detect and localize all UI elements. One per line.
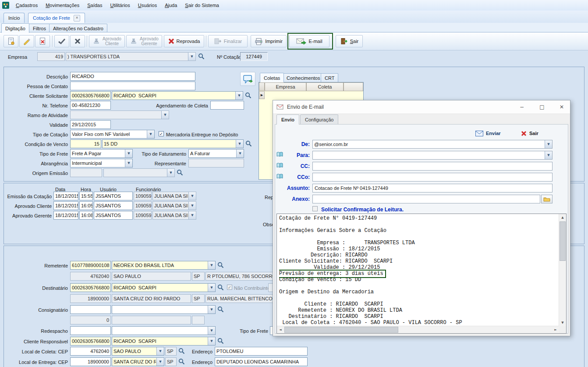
redespacho-code[interactable] xyxy=(70,326,111,335)
confirm-button[interactable] xyxy=(54,35,69,47)
telefone-field[interactable]: 00-45821230 xyxy=(70,101,111,110)
email-button[interactable]: E-mail xyxy=(289,35,329,47)
condicao-code-field[interactable]: 15 xyxy=(70,139,101,148)
anexo-field[interactable] xyxy=(312,195,540,203)
aprovado-gerente-data[interactable]: 18/12/2015 xyxy=(53,211,78,220)
chevron-down-icon[interactable]: ▼ xyxy=(156,358,164,366)
menu-movimentacoes[interactable]: Movimentações xyxy=(42,0,83,11)
edit-record-button[interactable] xyxy=(19,35,34,47)
destinatario-combo[interactable]: RICARDO SCARPI ▼ xyxy=(112,283,216,292)
condicao-combo[interactable]: 15 DD ▼ xyxy=(102,139,244,148)
search-icon[interactable] xyxy=(217,262,224,269)
menu-saidas[interactable]: Saídas xyxy=(83,0,106,11)
search-icon[interactable] xyxy=(178,348,185,355)
search-icon[interactable] xyxy=(217,306,224,313)
aprovado-gerente-button[interactable]: AprovadoGerente xyxy=(126,35,162,47)
cliente-responsavel-code[interactable]: 00026305766800 xyxy=(70,337,111,346)
tab-inicio[interactable]: Início xyxy=(4,13,25,23)
tab-cotacao-frete[interactable]: Cotação de Frete ✕ xyxy=(28,13,85,23)
endereco-coleta-field[interactable]: PTOLOMEU xyxy=(215,347,308,356)
chevron-down-icon[interactable]: ▼ xyxy=(167,169,174,177)
emissao-func-id[interactable]: 109059 xyxy=(134,192,152,200)
horizontal-scrollbar[interactable]: ◄ ► xyxy=(277,326,559,333)
chevron-down-icon[interactable]: ▼ xyxy=(125,150,132,157)
search-icon[interactable] xyxy=(177,169,184,176)
cliente-responsavel-combo[interactable]: RICARDO SCARPI ▼ xyxy=(112,337,216,346)
close-icon[interactable]: ✕ xyxy=(554,100,570,113)
reprovada-button[interactable]: Reprovada xyxy=(164,35,204,47)
aprovado-gerente-func-id[interactable]: 109059 xyxy=(134,211,152,220)
aprovado-gerente-func-combo[interactable]: JULIANA DA SILVA S ▼ xyxy=(152,211,196,220)
scroll-down-icon[interactable]: ▼ xyxy=(559,319,566,326)
finalizar-button[interactable]: Finalizar xyxy=(208,35,248,47)
chevron-down-icon[interactable]: ▼ xyxy=(236,150,244,157)
empresa-code-field[interactable]: 419 xyxy=(37,52,65,61)
para-combo[interactable]: ▼ xyxy=(312,151,553,160)
dialog-tab-configuracao[interactable]: Configuração xyxy=(300,114,338,124)
local-entrega-cidade-combo[interactable]: SANTA CRUZ DO RIO PARDO ▼ xyxy=(112,357,164,366)
validade-field[interactable]: 29/12/2015 xyxy=(70,120,111,129)
chevron-down-icon[interactable]: ▼ xyxy=(156,347,164,355)
email-body-area[interactable]: Cotação de Frete N° 0419-127449 Informaç… xyxy=(276,214,567,334)
aprovado-cliente-func-id[interactable]: 109059 xyxy=(134,201,152,210)
chevron-down-icon[interactable]: ▼ xyxy=(147,130,154,138)
scroll-up-icon[interactable]: ▲ xyxy=(559,214,566,221)
chevron-down-icon[interactable]: ▼ xyxy=(125,159,132,167)
chevron-down-icon[interactable]: ▼ xyxy=(208,337,215,345)
agendamento-field[interactable] xyxy=(210,101,244,110)
aprovado-cliente-usuario[interactable]: JSSANTOS xyxy=(94,201,133,210)
redespacho-combo[interactable]: ▼ xyxy=(112,326,216,335)
aprovado-cliente-hora[interactable]: 16:05 xyxy=(79,201,93,210)
sair-button[interactable]: Sair xyxy=(336,35,363,47)
chevron-down-icon[interactable]: ▼ xyxy=(545,140,552,148)
dialog-sair-button[interactable]: Sair xyxy=(519,128,540,138)
search-icon[interactable] xyxy=(198,53,205,60)
grid-header-empresa[interactable]: Empresa xyxy=(265,82,306,91)
tipo-faturamento-combo[interactable]: A Faturar ▼ xyxy=(188,149,244,158)
tab-coletas[interactable]: Coletas xyxy=(260,73,284,82)
search-icon[interactable] xyxy=(217,338,224,345)
ramo-combo[interactable]: ▼ xyxy=(70,110,169,119)
cc-field[interactable] xyxy=(312,162,553,171)
vertical-scrollbar[interactable]: ▲ ▼ xyxy=(559,214,566,326)
chevron-down-icon[interactable]: ▼ xyxy=(208,261,215,269)
scroll-left-icon[interactable]: ◄ xyxy=(277,326,284,333)
address-book-icon[interactable] xyxy=(276,152,283,157)
chevron-down-icon[interactable]: ▼ xyxy=(208,306,215,314)
consignatario-combo[interactable]: ▼ xyxy=(112,305,216,314)
chevron-down-icon[interactable]: ▼ xyxy=(188,192,196,200)
close-tab-icon[interactable]: ✕ xyxy=(74,15,80,21)
menu-cadastros[interactable]: Cadastros xyxy=(12,0,42,11)
scroll-right-icon[interactable]: ► xyxy=(552,326,559,333)
chevron-down-icon[interactable]: ▼ xyxy=(235,92,243,100)
vertical-scroll-thumb[interactable] xyxy=(560,221,566,261)
search-icon[interactable] xyxy=(245,140,252,147)
horizontal-scroll-thumb[interactable] xyxy=(284,327,398,333)
maximize-icon[interactable]: □ xyxy=(534,100,550,113)
destinatario-code[interactable]: 00026305766800 xyxy=(70,283,111,292)
aprovado-gerente-hora[interactable]: 16:08 xyxy=(79,211,93,220)
cliente-solicitante-combo[interactable]: RICARDO SCARPI ▼ xyxy=(112,91,243,100)
mercadoria-checkbox[interactable]: ✓ xyxy=(159,131,164,136)
remetente-code[interactable]: 61077889000108 xyxy=(70,261,111,270)
tab-filtros[interactable]: Filtros xyxy=(29,24,50,33)
pessoa-contato-field[interactable] xyxy=(70,82,195,90)
chevron-down-icon[interactable]: ▼ xyxy=(188,202,196,210)
remetente-combo[interactable]: NEOREX DO BRASIL LTDA ▼ xyxy=(112,261,216,270)
menu-ajuda[interactable]: Ajuda xyxy=(161,0,181,11)
chevron-down-icon[interactable]: ▼ xyxy=(545,151,552,159)
nao-contribuinte-checkbox[interactable]: ✓ xyxy=(227,285,232,290)
aprovado-gerente-usuario[interactable]: JSSANTOS xyxy=(94,211,133,220)
aprovado-cliente-button[interactable]: AprovadoCliente xyxy=(89,35,125,47)
confirmacao-leitura-checkbox[interactable] xyxy=(312,206,318,211)
menu-usuarios[interactable]: Usuários xyxy=(134,0,161,11)
tipo-cotacao-combo[interactable]: Valor Fixo com NF Variável ▼ xyxy=(70,130,155,139)
tab-alteracoes-cadastro[interactable]: Alterações no Cadastro xyxy=(49,24,107,33)
origem-combo[interactable]: ▼ xyxy=(103,168,175,177)
cco-field[interactable] xyxy=(312,173,553,182)
emissao-hora[interactable]: 15:55 xyxy=(79,192,93,200)
tab-conhecimentos[interactable]: Conhecimentos xyxy=(283,73,324,82)
row-selector-icon[interactable]: ▶ xyxy=(259,91,265,99)
cancel-button[interactable] xyxy=(70,35,85,47)
new-record-button[interactable] xyxy=(4,35,18,47)
